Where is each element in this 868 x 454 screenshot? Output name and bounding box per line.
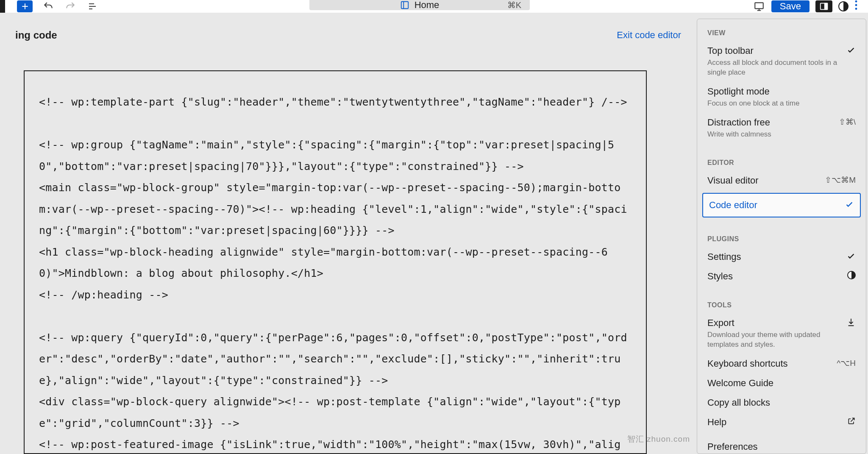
list-icon: [87, 1, 97, 11]
toolbar-left: [5, 0, 99, 13]
svg-point-4: [855, 0, 857, 3]
code-textarea[interactable]: [25, 71, 646, 453]
menu-code-editor[interactable]: Code editor: [702, 193, 861, 217]
external-icon: [847, 417, 856, 425]
menu-label: Welcome Guide: [707, 378, 839, 389]
menu-keyboard-shortcuts[interactable]: Keyboard shortcuts ^⌥H: [697, 354, 866, 373]
menu-desc: Write with calmness: [707, 130, 834, 139]
menu-label: Export: [707, 318, 839, 329]
half-circle-icon: [838, 1, 849, 11]
options-dropdown: VIEW Top toolbar Access all block and do…: [697, 19, 866, 454]
menu-export[interactable]: Export Download your theme with updated …: [697, 313, 866, 354]
menu-label: Copy all blocks: [707, 397, 839, 408]
menu-desc: Download your theme with updated templat…: [707, 330, 839, 350]
redo-button[interactable]: [64, 0, 77, 13]
styles-toggle[interactable]: [838, 1, 849, 11]
menu-label: Keyboard shortcuts: [707, 358, 832, 369]
redo-icon: [65, 1, 76, 12]
half-circle-icon: [847, 271, 856, 279]
svg-rect-3: [825, 3, 827, 10]
menu-settings[interactable]: Settings: [697, 247, 866, 267]
menu-top-toolbar[interactable]: Top toolbar Access all block and documen…: [697, 41, 866, 82]
check-icon: [845, 200, 854, 209]
code-editor-frame: [24, 70, 647, 454]
menu-welcome-guide[interactable]: Welcome Guide: [697, 373, 866, 393]
check-icon: [846, 45, 856, 55]
layout-icon: [400, 0, 409, 10]
check-icon: [846, 251, 856, 261]
section-tools: TOOLS: [697, 291, 866, 313]
toolbar-right: Save: [753, 0, 868, 13]
add-block-button[interactable]: [17, 0, 33, 12]
top-toolbar: Home ⌘K Save: [0, 0, 868, 13]
menu-copy-all-blocks[interactable]: Copy all blocks: [697, 393, 866, 412]
kebab-icon: [854, 0, 858, 11]
save-label: Save: [780, 1, 801, 11]
template-title-label: Home: [415, 0, 440, 11]
menu-distraction-free[interactable]: Distraction free Write with calmness ⇧⌘\: [697, 113, 866, 144]
shortcut-label: ⇧⌥⌘M: [825, 175, 856, 185]
save-button[interactable]: Save: [771, 0, 810, 12]
menu-help[interactable]: Help: [697, 412, 866, 432]
menu-label: Visual editor: [707, 175, 820, 186]
svg-point-5: [855, 4, 857, 6]
menu-label: Styles: [707, 271, 839, 282]
download-icon: [846, 318, 856, 327]
svg-rect-1: [755, 3, 763, 8]
sidebar-icon: [819, 2, 829, 11]
undo-button[interactable]: [42, 0, 55, 13]
shortcut-label: ⇧⌘\: [839, 117, 856, 127]
command-shortcut: ⌘K: [507, 0, 521, 10]
site-handle[interactable]: [0, 0, 5, 13]
settings-panel-toggle[interactable]: [815, 0, 832, 12]
document-bar[interactable]: Home ⌘K: [309, 0, 530, 10]
undo-icon: [43, 1, 54, 12]
section-editor: EDITOR: [697, 149, 866, 171]
menu-label: Spotlight mode: [707, 86, 839, 97]
menu-label: Code editor: [709, 200, 837, 211]
section-view: VIEW: [697, 19, 866, 41]
menu-desc: Access all block and document tools in a…: [707, 58, 839, 78]
options-menu-button[interactable]: [854, 0, 858, 13]
menu-desc: Focus on one block at a time: [707, 99, 839, 109]
svg-rect-0: [401, 2, 408, 9]
shortcut-label: ^⌥H: [837, 358, 856, 368]
menu-preferences[interactable]: Preferences: [697, 437, 866, 454]
exit-code-editor-button[interactable]: Exit code editor: [617, 30, 681, 41]
menu-label: Settings: [707, 251, 839, 262]
menu-spotlight[interactable]: Spotlight mode Focus on one block at a t…: [697, 82, 866, 113]
menu-label: Distraction free: [707, 117, 834, 128]
plus-icon: [21, 2, 29, 11]
menu-styles[interactable]: Styles: [697, 267, 866, 286]
menu-label: Preferences: [707, 441, 839, 452]
desktop-icon: [754, 1, 765, 12]
menu-label: Help: [707, 417, 839, 428]
code-editor-header: ing code Exit code editor: [0, 19, 696, 51]
view-button[interactable]: [753, 0, 765, 13]
document-overview-button[interactable]: [86, 0, 99, 13]
menu-visual-editor[interactable]: Visual editor ⇧⌥⌘M: [697, 171, 866, 190]
section-plugins: PLUGINS: [697, 225, 866, 247]
svg-point-6: [855, 8, 857, 10]
code-editor-title: ing code: [15, 29, 57, 41]
template-title: Home: [400, 0, 440, 11]
menu-label: Top toolbar: [707, 45, 839, 56]
